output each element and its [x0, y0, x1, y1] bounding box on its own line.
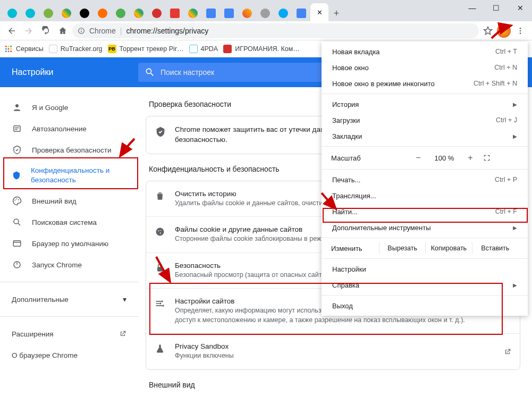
tab-item[interactable]	[3, 5, 21, 21]
menu-more-tools[interactable]: Дополнительные инструменты▶	[322, 220, 528, 235]
privacy-sandbox-row[interactable]: Privacy SandboxФункции включены	[146, 333, 520, 369]
menu-history[interactable]: История▶	[322, 96, 528, 112]
forward-button[interactable]	[21, 23, 36, 38]
external-link-icon	[504, 348, 511, 356]
active-tab[interactable]: ✕	[310, 3, 328, 21]
svg-rect-13	[8, 50, 10, 52]
tab-item[interactable]	[21, 5, 39, 21]
svg-rect-16	[14, 126, 20, 132]
zoom-in-button[interactable]: +	[463, 153, 478, 163]
svg-point-26	[158, 231, 159, 232]
row-subtitle: Функции включены	[175, 351, 495, 361]
menu-bookmarks[interactable]: Закладки▶	[322, 128, 528, 144]
sidebar-item-safety-check[interactable]: Проверка безопасности	[0, 139, 133, 161]
tab-item[interactable]	[112, 5, 130, 21]
menu-new-window[interactable]: Новое окноCtrl + N	[322, 60, 528, 75]
svg-rect-8	[10, 46, 12, 47]
close-window-button[interactable]: ✕	[508, 0, 532, 16]
fullscreen-button[interactable]	[483, 154, 494, 162]
sidebar-item-privacy-security[interactable]: Конфиденциальность и безопасность	[0, 161, 133, 190]
svg-point-27	[161, 230, 162, 231]
menu-find[interactable]: Найти...Ctrl + F	[322, 204, 528, 220]
tab-item[interactable]	[39, 5, 57, 21]
sidebar-label: Внешний вид	[32, 197, 77, 205]
tab-item[interactable]	[274, 5, 292, 21]
submenu-arrow-icon: ▶	[513, 133, 517, 139]
address-bar[interactable]: Chrome | chrome://settings/privacy	[72, 23, 479, 38]
bookmark-item[interactable]: 4PDA	[189, 45, 218, 53]
submenu-arrow-icon: ▶	[513, 225, 517, 231]
svg-point-3	[520, 28, 521, 29]
sidebar-about-chrome[interactable]: О браузере Chrome	[0, 344, 138, 366]
bookmark-item[interactable]: PBТоррент трекер Pir…	[108, 45, 184, 53]
svg-point-20	[16, 198, 17, 199]
menu-paste[interactable]: Вставить	[472, 242, 518, 254]
sidebar-item-appearance[interactable]: Внешний вид	[0, 190, 133, 212]
bookmark-star-icon[interactable]	[481, 26, 495, 36]
tab-item[interactable]	[166, 5, 184, 21]
menu-incognito[interactable]: Новое окно в режиме инкогнитоCtrl + Shif…	[322, 75, 528, 91]
tab-item[interactable]	[238, 5, 256, 21]
tab-item[interactable]	[202, 5, 220, 21]
bookmark-item[interactable]: RuTracker.org	[49, 45, 103, 53]
tab-item[interactable]	[292, 5, 310, 21]
home-button[interactable]	[55, 23, 70, 38]
svg-point-15	[15, 104, 19, 107]
close-tab-icon[interactable]: ✕	[317, 9, 323, 16]
menu-new-tab[interactable]: Новая вкладкаCtrl + T	[322, 44, 528, 60]
bookmark-item[interactable]: ИГРОМАНИЯ. Ком…	[223, 45, 300, 53]
back-button[interactable]	[4, 23, 19, 38]
settings-title: Настройки	[0, 68, 138, 77]
profile-avatar[interactable]	[497, 24, 511, 38]
sidebar-extensions[interactable]: Расширения	[0, 323, 138, 344]
tab-item[interactable]	[256, 5, 274, 21]
cookie-icon	[155, 226, 166, 237]
chevron-down-icon: ▾	[123, 295, 126, 304]
sidebar-item-you-and-google[interactable]: Я и Google	[0, 97, 133, 118]
tab-item[interactable]	[130, 5, 148, 21]
menu-downloads[interactable]: ЗагрузкиCtrl + J	[322, 112, 528, 128]
svg-rect-23	[13, 241, 21, 247]
chrome-menu-button[interactable]	[513, 23, 528, 38]
site-info-icon	[78, 27, 85, 35]
site-label: Chrome	[89, 27, 116, 35]
zoom-out-button[interactable]: −	[411, 153, 426, 163]
menu-settings[interactable]: Настройки	[322, 261, 528, 277]
new-tab-button[interactable]: +	[328, 5, 344, 21]
palette-icon	[12, 196, 22, 206]
menu-cast[interactable]: Трансляция...	[322, 188, 528, 204]
menu-exit[interactable]: Выход	[322, 298, 528, 314]
bookmark-label: 4PDA	[201, 45, 218, 53]
menu-copy[interactable]: Копировать	[425, 242, 471, 254]
submenu-arrow-icon: ▶	[513, 102, 517, 107]
menu-print[interactable]: Печать...Ctrl + P	[322, 172, 528, 188]
shield-icon	[12, 171, 21, 180]
search-icon	[12, 217, 22, 227]
svg-rect-17	[15, 128, 19, 129]
tab-item[interactable]	[75, 5, 94, 21]
tab-item[interactable]	[57, 5, 75, 21]
sidebar-item-default-browser[interactable]: Браузер по умолчанию	[0, 233, 133, 254]
tune-icon	[155, 298, 166, 309]
row-title: Privacy Sandbox	[175, 342, 495, 350]
menu-cut[interactable]: Вырезать	[379, 242, 425, 254]
svg-rect-29	[157, 267, 163, 271]
tab-item[interactable]	[220, 5, 238, 21]
sidebar-label: Расширения	[12, 330, 54, 338]
window-controls: — ☐ ✕	[460, 0, 532, 16]
sidebar-item-autofill[interactable]: Автозаполнение	[0, 118, 133, 139]
menu-help[interactable]: Справка▶	[322, 277, 528, 293]
svg-rect-11	[10, 48, 12, 49]
bookmark-label: RuTracker.org	[61, 45, 103, 53]
tab-item[interactable]	[94, 5, 112, 21]
minimize-button[interactable]: —	[460, 0, 484, 16]
autofill-icon	[12, 124, 22, 133]
maximize-button[interactable]: ☐	[484, 0, 508, 16]
tab-item[interactable]	[184, 5, 202, 21]
sidebar-advanced[interactable]: Дополнительные▾	[0, 289, 138, 310]
sidebar-item-search-engine[interactable]: Поисковая система	[0, 212, 133, 233]
apps-button[interactable]: Сервисы	[4, 45, 44, 53]
tab-item[interactable]	[148, 5, 166, 21]
sidebar-item-on-startup[interactable]: Запуск Chrome	[0, 254, 133, 275]
reload-button[interactable]	[38, 23, 53, 38]
